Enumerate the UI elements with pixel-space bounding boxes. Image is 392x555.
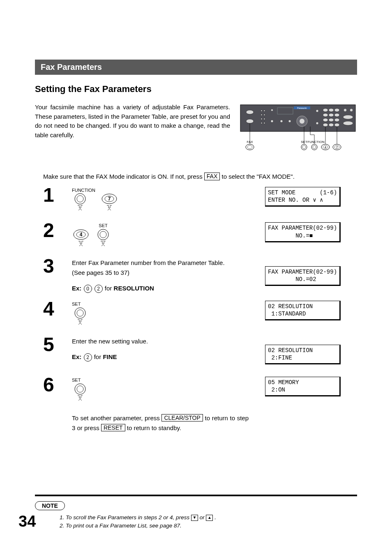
svg-point-11	[271, 109, 273, 111]
step-body: Enter Fax Parameter number from the Para…	[72, 256, 249, 293]
fax-button-label: FAX	[204, 173, 220, 180]
svg-point-29	[329, 118, 334, 122]
ex-suffix: for	[105, 285, 114, 292]
step-6: 6 SET To set another parameter, press CL…	[43, 374, 357, 433]
set-button-icon	[95, 229, 111, 251]
svg-text:4: 4	[325, 145, 327, 149]
step-4: 4 SET 02 RESOLUTION 1:STANDARD	[43, 298, 357, 329]
key-2: 2	[84, 353, 92, 362]
step-number: 3	[43, 256, 72, 275]
svg-point-69	[100, 231, 106, 238]
note1-b: or	[200, 514, 206, 520]
footer-rule	[35, 495, 357, 496]
svg-point-46	[246, 144, 254, 150]
page-number: 34	[18, 513, 36, 530]
step-body: SET To set another parameter, press CLEA…	[72, 374, 249, 433]
svg-point-50	[302, 145, 306, 149]
svg-rect-5	[261, 114, 262, 115]
svg-text:Panasonic: Panasonic	[297, 107, 307, 109]
svg-rect-9	[261, 122, 262, 124]
manual-page: Fax Parameters Setting the Fax Parameter…	[0, 0, 392, 555]
steps-list: 1 FUNCTION 7 SET	[43, 184, 357, 433]
lcd-display: FAX PARAMETER(02-99) NO.=02	[265, 266, 341, 286]
svg-point-25	[323, 113, 328, 117]
set-button-icon	[72, 307, 88, 329]
svg-rect-10	[264, 122, 265, 124]
svg-point-24	[334, 108, 339, 112]
set-button-icon	[72, 383, 88, 405]
tail-a: To set another parameter, press	[72, 415, 161, 421]
svg-point-53	[313, 145, 316, 149]
svg-point-32	[329, 123, 334, 127]
step-number: 5	[43, 334, 72, 353]
svg-rect-8	[264, 118, 265, 120]
key-2: 2	[95, 285, 103, 293]
section-header: Fax Parameters	[35, 60, 357, 75]
svg-point-20	[316, 110, 318, 112]
instruction-text-b: to select the "FAX MODE".	[221, 173, 294, 180]
subheading: Setting the Fax Parameters	[35, 84, 357, 94]
svg-text:FAX: FAX	[247, 140, 253, 144]
step-5: 5 Enter the new setting value. Ex: 2 for…	[43, 334, 357, 369]
svg-point-37	[343, 121, 353, 125]
step-body: SET	[72, 298, 249, 329]
svg-rect-4	[264, 110, 265, 111]
svg-point-23	[329, 108, 334, 112]
svg-point-68	[98, 229, 108, 240]
svg-point-35	[350, 109, 353, 112]
display-area: 02 RESOLUTION 2:FINE	[265, 334, 341, 369]
svg-point-28	[323, 118, 328, 122]
function-button-icon	[72, 193, 88, 215]
svg-rect-3	[261, 110, 262, 111]
down-arrow-icon: ▼	[191, 515, 198, 521]
mode-instruction: Make sure that the FAX Mode indicator is…	[43, 173, 357, 180]
svg-text:7: 7	[108, 196, 111, 202]
svg-point-52	[311, 144, 317, 150]
lcd-display: SET MODE (1-6) ENTER NO. OR ∨ ∧	[265, 187, 341, 207]
svg-text:FUNCTION: FUNCTION	[307, 140, 325, 144]
svg-point-49	[301, 144, 307, 150]
svg-text:7: 7	[336, 145, 338, 149]
svg-point-22	[323, 108, 328, 112]
step-body: 4 SET	[72, 220, 249, 251]
ex-suffix: for	[94, 353, 103, 360]
step-number: 6	[43, 374, 72, 394]
ex-prefix: Ex:	[72, 353, 81, 360]
svg-point-12	[271, 120, 273, 122]
set-label: SET	[72, 301, 249, 308]
step-1: 1 FUNCTION 7 SET	[43, 184, 357, 215]
svg-point-47	[247, 145, 252, 149]
svg-point-30	[334, 118, 339, 122]
svg-point-26	[329, 113, 334, 117]
step-body: Enter the new setting value. Ex: 2 for F…	[72, 334, 249, 362]
svg-point-14	[280, 120, 283, 122]
svg-point-33	[334, 123, 339, 127]
step-3: 3 Enter Fax Parameter number from the Pa…	[43, 256, 357, 293]
lcd-display: 05 MEMORY 2:ON	[265, 377, 341, 396]
svg-point-17	[300, 119, 304, 124]
svg-point-34	[344, 109, 347, 112]
lcd-display: FAX PARAMETER(02-99) NO.=■	[265, 222, 341, 242]
svg-point-2	[246, 119, 254, 123]
step-number: 4	[43, 298, 72, 318]
step5-text-a: Enter the new setting value.	[72, 336, 249, 346]
intro-paragraph: Your facsimile machine has a variety of …	[35, 103, 230, 160]
svg-text:4: 4	[80, 232, 83, 237]
step-number: 1	[43, 184, 72, 204]
tail-c: to return to standby.	[127, 424, 181, 431]
svg-point-21	[316, 122, 318, 124]
svg-point-27	[334, 113, 339, 117]
note-1: 1. To scroll the Fax Parameters in steps…	[60, 514, 357, 522]
set-label: SET	[72, 377, 249, 384]
instruction-text-a: Make sure that the FAX Mode indicator is…	[43, 173, 204, 180]
note-label: NOTE	[35, 501, 65, 510]
svg-point-15	[288, 120, 291, 122]
display-area: 05 MEMORY 2:ON	[265, 374, 341, 401]
key-0: 0	[84, 285, 92, 293]
note1-c: .	[214, 514, 216, 520]
step-2: 2 4 SET FAX PARA	[43, 220, 357, 251]
key-7-icon: 7	[100, 193, 118, 215]
step3-text-b: (See pages 35 to 37)	[72, 268, 249, 278]
svg-point-60	[75, 193, 85, 204]
note-2: 2. To print out a Fax Parameter List, se…	[60, 522, 357, 530]
